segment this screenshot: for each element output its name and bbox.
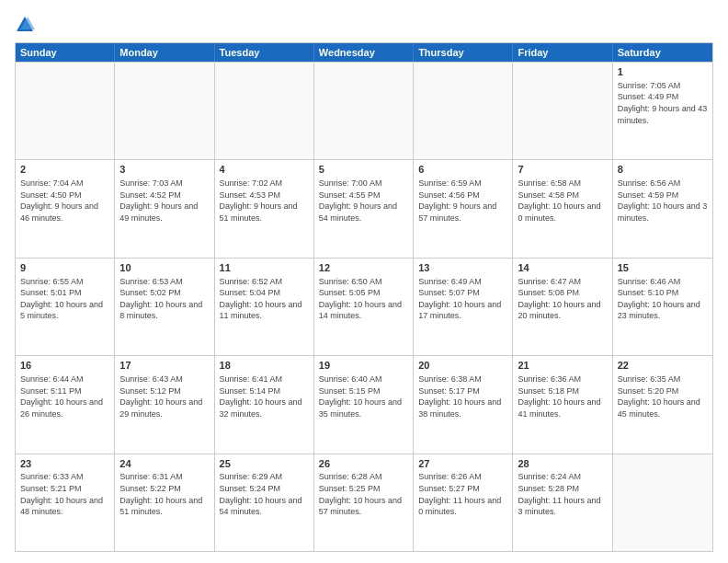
cell-info: Sunrise: 6:49 AM Sunset: 5:07 PM Dayligh… xyxy=(418,276,507,322)
cell-info: Sunrise: 6:33 AM Sunset: 5:21 PM Dayligh… xyxy=(20,471,109,517)
calendar-row-3: 16Sunrise: 6:44 AM Sunset: 5:11 PM Dayli… xyxy=(16,355,712,453)
cell-info: Sunrise: 6:35 AM Sunset: 5:20 PM Dayligh… xyxy=(618,373,708,419)
cell-info: Sunrise: 7:00 AM Sunset: 4:55 PM Dayligh… xyxy=(319,178,408,224)
calendar-cell: 3Sunrise: 7:03 AM Sunset: 4:52 PM Daylig… xyxy=(115,160,214,257)
header-day-monday: Monday xyxy=(115,43,214,62)
day-number: 6 xyxy=(418,163,507,177)
day-number: 1 xyxy=(618,65,708,79)
calendar-cell: 14Sunrise: 6:47 AM Sunset: 5:08 PM Dayli… xyxy=(513,259,612,355)
calendar: SundayMondayTuesdayWednesdayThursdayFrid… xyxy=(15,42,713,552)
cell-info: Sunrise: 6:56 AM Sunset: 4:59 PM Dayligh… xyxy=(618,178,708,224)
calendar-row-0: 1Sunrise: 7:05 AM Sunset: 4:49 PM Daylig… xyxy=(16,62,712,159)
calendar-cell: 21Sunrise: 6:36 AM Sunset: 5:18 PM Dayli… xyxy=(513,356,612,453)
calendar-cell: 4Sunrise: 7:02 AM Sunset: 4:53 PM Daylig… xyxy=(215,160,314,257)
cell-info: Sunrise: 7:04 AM Sunset: 4:50 PM Dayligh… xyxy=(20,178,109,224)
day-number: 28 xyxy=(518,457,607,471)
day-number: 5 xyxy=(319,163,408,177)
calendar-cell: 25Sunrise: 6:29 AM Sunset: 5:24 PM Dayli… xyxy=(215,454,314,551)
calendar-cell: 22Sunrise: 6:35 AM Sunset: 5:20 PM Dayli… xyxy=(613,356,712,453)
day-number: 11 xyxy=(220,261,309,275)
day-number: 27 xyxy=(418,457,507,471)
calendar-cell xyxy=(314,63,414,159)
day-number: 26 xyxy=(319,457,408,471)
day-number: 20 xyxy=(418,359,507,373)
calendar-cell: 26Sunrise: 6:28 AM Sunset: 5:25 PM Dayli… xyxy=(314,454,414,551)
calendar-cell xyxy=(16,63,115,159)
cell-info: Sunrise: 7:03 AM Sunset: 4:52 PM Dayligh… xyxy=(119,178,209,224)
calendar-cell xyxy=(414,63,513,159)
calendar-cell: 9Sunrise: 6:55 AM Sunset: 5:01 PM Daylig… xyxy=(16,259,115,355)
cell-info: Sunrise: 6:53 AM Sunset: 5:02 PM Dayligh… xyxy=(119,276,209,322)
calendar-row-4: 23Sunrise: 6:33 AM Sunset: 5:21 PM Dayli… xyxy=(16,454,712,551)
cell-info: Sunrise: 6:26 AM Sunset: 5:27 PM Dayligh… xyxy=(418,471,507,517)
calendar-row-1: 2Sunrise: 7:04 AM Sunset: 4:50 PM Daylig… xyxy=(16,159,712,257)
cell-info: Sunrise: 6:28 AM Sunset: 5:25 PM Dayligh… xyxy=(319,471,408,517)
cell-info: Sunrise: 6:24 AM Sunset: 5:28 PM Dayligh… xyxy=(518,471,607,517)
header-day-sunday: Sunday xyxy=(16,43,115,62)
calendar-cell: 13Sunrise: 6:49 AM Sunset: 5:07 PM Dayli… xyxy=(414,259,513,355)
cell-info: Sunrise: 6:40 AM Sunset: 5:15 PM Dayligh… xyxy=(319,373,408,419)
calendar-cell: 20Sunrise: 6:38 AM Sunset: 5:17 PM Dayli… xyxy=(414,356,513,453)
cell-info: Sunrise: 6:29 AM Sunset: 5:24 PM Dayligh… xyxy=(220,471,309,517)
cell-info: Sunrise: 6:58 AM Sunset: 4:58 PM Dayligh… xyxy=(518,178,607,224)
logo-icon xyxy=(15,15,35,35)
day-number: 24 xyxy=(119,457,209,471)
day-number: 14 xyxy=(518,261,607,275)
calendar-cell: 27Sunrise: 6:26 AM Sunset: 5:27 PM Dayli… xyxy=(414,454,513,551)
calendar-cell: 10Sunrise: 6:53 AM Sunset: 5:02 PM Dayli… xyxy=(115,259,214,355)
calendar-cell: 2Sunrise: 7:04 AM Sunset: 4:50 PM Daylig… xyxy=(16,160,115,257)
header xyxy=(15,15,713,35)
cell-info: Sunrise: 6:43 AM Sunset: 5:12 PM Dayligh… xyxy=(119,373,209,419)
calendar-cell xyxy=(513,63,612,159)
cell-info: Sunrise: 6:38 AM Sunset: 5:17 PM Dayligh… xyxy=(418,373,507,419)
calendar-header: SundayMondayTuesdayWednesdayThursdayFrid… xyxy=(16,43,712,62)
day-number: 10 xyxy=(119,261,209,275)
cell-info: Sunrise: 6:47 AM Sunset: 5:08 PM Dayligh… xyxy=(518,276,607,322)
day-number: 12 xyxy=(319,261,408,275)
day-number: 23 xyxy=(20,457,109,471)
day-number: 3 xyxy=(119,163,209,177)
day-number: 9 xyxy=(20,261,109,275)
calendar-cell: 7Sunrise: 6:58 AM Sunset: 4:58 PM Daylig… xyxy=(513,160,612,257)
calendar-cell: 18Sunrise: 6:41 AM Sunset: 5:14 PM Dayli… xyxy=(215,356,314,453)
day-number: 17 xyxy=(119,359,209,373)
calendar-cell xyxy=(215,63,314,159)
cell-info: Sunrise: 6:31 AM Sunset: 5:22 PM Dayligh… xyxy=(119,471,209,517)
day-number: 8 xyxy=(618,163,708,177)
calendar-cell: 24Sunrise: 6:31 AM Sunset: 5:22 PM Dayli… xyxy=(115,454,214,551)
header-day-saturday: Saturday xyxy=(613,43,712,62)
header-day-wednesday: Wednesday xyxy=(314,43,414,62)
calendar-cell xyxy=(115,63,214,159)
cell-info: Sunrise: 6:36 AM Sunset: 5:18 PM Dayligh… xyxy=(518,373,607,419)
day-number: 13 xyxy=(418,261,507,275)
header-day-friday: Friday xyxy=(513,43,612,62)
cell-info: Sunrise: 6:41 AM Sunset: 5:14 PM Dayligh… xyxy=(220,373,309,419)
day-number: 2 xyxy=(20,163,109,177)
calendar-cell: 1Sunrise: 7:05 AM Sunset: 4:49 PM Daylig… xyxy=(613,63,712,159)
calendar-cell: 12Sunrise: 6:50 AM Sunset: 5:05 PM Dayli… xyxy=(314,259,414,355)
calendar-cell xyxy=(613,454,712,551)
day-number: 21 xyxy=(518,359,607,373)
day-number: 4 xyxy=(220,163,309,177)
day-number: 19 xyxy=(319,359,408,373)
header-day-tuesday: Tuesday xyxy=(215,43,314,62)
cell-info: Sunrise: 6:44 AM Sunset: 5:11 PM Dayligh… xyxy=(20,373,109,419)
cell-info: Sunrise: 6:46 AM Sunset: 5:10 PM Dayligh… xyxy=(618,276,708,322)
cell-info: Sunrise: 6:55 AM Sunset: 5:01 PM Dayligh… xyxy=(20,276,109,322)
day-number: 22 xyxy=(618,359,708,373)
day-number: 18 xyxy=(220,359,309,373)
calendar-cell: 28Sunrise: 6:24 AM Sunset: 5:28 PM Dayli… xyxy=(513,454,612,551)
calendar-cell: 15Sunrise: 6:46 AM Sunset: 5:10 PM Dayli… xyxy=(613,259,712,355)
cell-info: Sunrise: 7:05 AM Sunset: 4:49 PM Dayligh… xyxy=(618,80,708,126)
calendar-body: 1Sunrise: 7:05 AM Sunset: 4:49 PM Daylig… xyxy=(16,62,712,551)
day-number: 25 xyxy=(220,457,309,471)
calendar-cell: 17Sunrise: 6:43 AM Sunset: 5:12 PM Dayli… xyxy=(115,356,214,453)
calendar-cell: 11Sunrise: 6:52 AM Sunset: 5:04 PM Dayli… xyxy=(215,259,314,355)
calendar-cell: 8Sunrise: 6:56 AM Sunset: 4:59 PM Daylig… xyxy=(613,160,712,257)
header-day-thursday: Thursday xyxy=(414,43,513,62)
cell-info: Sunrise: 6:50 AM Sunset: 5:05 PM Dayligh… xyxy=(319,276,408,322)
calendar-cell: 5Sunrise: 7:00 AM Sunset: 4:55 PM Daylig… xyxy=(314,160,414,257)
calendar-cell: 6Sunrise: 6:59 AM Sunset: 4:56 PM Daylig… xyxy=(414,160,513,257)
page: SundayMondayTuesdayWednesdayThursdayFrid… xyxy=(0,0,728,563)
calendar-cell: 16Sunrise: 6:44 AM Sunset: 5:11 PM Dayli… xyxy=(16,356,115,453)
